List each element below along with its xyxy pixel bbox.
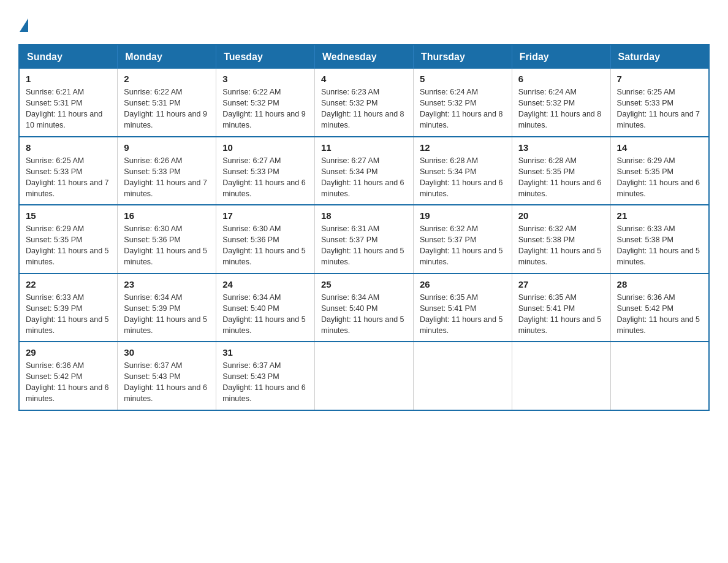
day-info: Sunrise: 6:34 AMSunset: 5:40 PMDaylight:… <box>321 292 407 337</box>
day-number: 13 <box>518 142 604 153</box>
day-info: Sunrise: 6:22 AMSunset: 5:32 PMDaylight:… <box>222 86 308 131</box>
calendar-day-cell: 27Sunrise: 6:35 AMSunset: 5:41 PMDayligh… <box>512 274 610 342</box>
calendar-table: SundayMondayTuesdayWednesdayThursdayFrid… <box>18 44 710 411</box>
calendar-day-cell: 8Sunrise: 6:25 AMSunset: 5:33 PMDaylight… <box>19 137 118 205</box>
day-info: Sunrise: 6:24 AMSunset: 5:32 PMDaylight:… <box>420 86 506 131</box>
calendar-header-row: SundayMondayTuesdayWednesdayThursdayFrid… <box>19 45 709 69</box>
day-info: Sunrise: 6:29 AMSunset: 5:35 PMDaylight:… <box>26 223 111 268</box>
day-info: Sunrise: 6:28 AMSunset: 5:35 PMDaylight:… <box>518 155 604 200</box>
calendar-day-cell <box>413 342 512 410</box>
day-info: Sunrise: 6:25 AMSunset: 5:33 PMDaylight:… <box>26 155 111 200</box>
calendar-day-cell <box>315 342 414 410</box>
calendar-day-cell: 13Sunrise: 6:28 AMSunset: 5:35 PMDayligh… <box>512 137 610 205</box>
day-number: 9 <box>124 142 210 153</box>
calendar-day-cell: 23Sunrise: 6:34 AMSunset: 5:39 PMDayligh… <box>118 274 216 342</box>
calendar-day-cell <box>610 342 709 410</box>
calendar-header-cell: Friday <box>512 45 610 69</box>
calendar-day-cell: 17Sunrise: 6:30 AMSunset: 5:36 PMDayligh… <box>216 205 315 274</box>
calendar-header-cell: Monday <box>118 45 216 69</box>
day-info: Sunrise: 6:25 AMSunset: 5:33 PMDaylight:… <box>617 86 702 131</box>
calendar-day-cell: 20Sunrise: 6:32 AMSunset: 5:38 PMDayligh… <box>512 205 610 274</box>
calendar-day-cell <box>512 342 610 410</box>
calendar-day-cell: 3Sunrise: 6:22 AMSunset: 5:32 PMDaylight… <box>216 69 315 137</box>
day-number: 10 <box>222 142 308 153</box>
day-info: Sunrise: 6:24 AMSunset: 5:32 PMDaylight:… <box>518 86 604 131</box>
day-number: 23 <box>124 279 210 289</box>
day-number: 16 <box>124 210 210 221</box>
day-info: Sunrise: 6:37 AMSunset: 5:43 PMDaylight:… <box>222 360 308 405</box>
calendar-day-cell: 31Sunrise: 6:37 AMSunset: 5:43 PMDayligh… <box>216 342 315 410</box>
calendar-week-row: 29Sunrise: 6:36 AMSunset: 5:42 PMDayligh… <box>19 342 709 410</box>
calendar-day-cell: 16Sunrise: 6:30 AMSunset: 5:36 PMDayligh… <box>118 205 216 274</box>
day-number: 18 <box>321 210 407 221</box>
calendar-week-row: 22Sunrise: 6:33 AMSunset: 5:39 PMDayligh… <box>19 274 709 342</box>
day-info: Sunrise: 6:26 AMSunset: 5:33 PMDaylight:… <box>124 155 210 200</box>
calendar-day-cell: 4Sunrise: 6:23 AMSunset: 5:32 PMDaylight… <box>315 69 414 137</box>
day-number: 26 <box>420 279 506 289</box>
day-number: 6 <box>518 74 604 84</box>
calendar-day-cell: 7Sunrise: 6:25 AMSunset: 5:33 PMDaylight… <box>610 69 709 137</box>
day-number: 5 <box>420 74 506 84</box>
day-number: 3 <box>222 74 308 84</box>
calendar-day-cell: 1Sunrise: 6:21 AMSunset: 5:31 PMDaylight… <box>19 69 118 137</box>
day-number: 1 <box>26 74 111 84</box>
day-number: 14 <box>617 142 702 153</box>
day-info: Sunrise: 6:32 AMSunset: 5:37 PMDaylight:… <box>420 223 506 268</box>
day-number: 21 <box>617 210 702 221</box>
day-info: Sunrise: 6:37 AMSunset: 5:43 PMDaylight:… <box>124 360 210 405</box>
day-number: 28 <box>617 279 702 289</box>
day-number: 24 <box>222 279 308 289</box>
calendar-body: 1Sunrise: 6:21 AMSunset: 5:31 PMDaylight… <box>19 69 709 410</box>
calendar-day-cell: 22Sunrise: 6:33 AMSunset: 5:39 PMDayligh… <box>19 274 118 342</box>
calendar-day-cell: 2Sunrise: 6:22 AMSunset: 5:31 PMDaylight… <box>118 69 216 137</box>
day-number: 11 <box>321 142 407 153</box>
calendar-day-cell: 10Sunrise: 6:27 AMSunset: 5:33 PMDayligh… <box>216 137 315 205</box>
calendar-header: SundayMondayTuesdayWednesdayThursdayFrid… <box>19 45 709 69</box>
day-info: Sunrise: 6:30 AMSunset: 5:36 PMDaylight:… <box>124 223 210 268</box>
calendar-day-cell: 11Sunrise: 6:27 AMSunset: 5:34 PMDayligh… <box>315 137 414 205</box>
day-info: Sunrise: 6:30 AMSunset: 5:36 PMDaylight:… <box>222 223 308 268</box>
calendar-day-cell: 19Sunrise: 6:32 AMSunset: 5:37 PMDayligh… <box>413 205 512 274</box>
day-number: 27 <box>518 279 604 289</box>
day-number: 22 <box>26 279 111 289</box>
calendar-header-cell: Thursday <box>413 45 512 69</box>
logo <box>18 18 29 32</box>
day-number: 15 <box>26 210 111 221</box>
day-number: 20 <box>518 210 604 221</box>
day-number: 7 <box>617 74 702 84</box>
calendar-header-cell: Sunday <box>19 45 118 69</box>
day-number: 30 <box>124 347 210 358</box>
day-number: 29 <box>26 347 111 358</box>
day-info: Sunrise: 6:35 AMSunset: 5:41 PMDaylight:… <box>420 292 506 337</box>
day-number: 19 <box>420 210 506 221</box>
calendar-header-cell: Saturday <box>610 45 709 69</box>
calendar-day-cell: 25Sunrise: 6:34 AMSunset: 5:40 PMDayligh… <box>315 274 414 342</box>
day-number: 4 <box>321 74 407 84</box>
calendar-week-row: 8Sunrise: 6:25 AMSunset: 5:33 PMDaylight… <box>19 137 709 205</box>
day-info: Sunrise: 6:36 AMSunset: 5:42 PMDaylight:… <box>26 360 111 405</box>
day-info: Sunrise: 6:29 AMSunset: 5:35 PMDaylight:… <box>617 155 702 200</box>
calendar-day-cell: 9Sunrise: 6:26 AMSunset: 5:33 PMDaylight… <box>118 137 216 205</box>
calendar-week-row: 15Sunrise: 6:29 AMSunset: 5:35 PMDayligh… <box>19 205 709 274</box>
logo-triangle-icon <box>20 18 28 32</box>
calendar-day-cell: 30Sunrise: 6:37 AMSunset: 5:43 PMDayligh… <box>118 342 216 410</box>
page-header <box>18 18 710 32</box>
day-info: Sunrise: 6:32 AMSunset: 5:38 PMDaylight:… <box>518 223 604 268</box>
day-info: Sunrise: 6:31 AMSunset: 5:37 PMDaylight:… <box>321 223 407 268</box>
calendar-day-cell: 26Sunrise: 6:35 AMSunset: 5:41 PMDayligh… <box>413 274 512 342</box>
day-info: Sunrise: 6:34 AMSunset: 5:39 PMDaylight:… <box>124 292 210 337</box>
calendar-day-cell: 14Sunrise: 6:29 AMSunset: 5:35 PMDayligh… <box>610 137 709 205</box>
day-number: 25 <box>321 279 407 289</box>
day-info: Sunrise: 6:27 AMSunset: 5:34 PMDaylight:… <box>321 155 407 200</box>
day-info: Sunrise: 6:36 AMSunset: 5:42 PMDaylight:… <box>617 292 702 337</box>
day-info: Sunrise: 6:27 AMSunset: 5:33 PMDaylight:… <box>222 155 308 200</box>
day-number: 31 <box>222 347 308 358</box>
calendar-day-cell: 15Sunrise: 6:29 AMSunset: 5:35 PMDayligh… <box>19 205 118 274</box>
day-number: 2 <box>124 74 210 84</box>
calendar-day-cell: 29Sunrise: 6:36 AMSunset: 5:42 PMDayligh… <box>19 342 118 410</box>
day-number: 12 <box>420 142 506 153</box>
calendar-week-row: 1Sunrise: 6:21 AMSunset: 5:31 PMDaylight… <box>19 69 709 137</box>
day-info: Sunrise: 6:34 AMSunset: 5:40 PMDaylight:… <box>222 292 308 337</box>
day-number: 8 <box>26 142 111 153</box>
calendar-header-cell: Wednesday <box>315 45 414 69</box>
